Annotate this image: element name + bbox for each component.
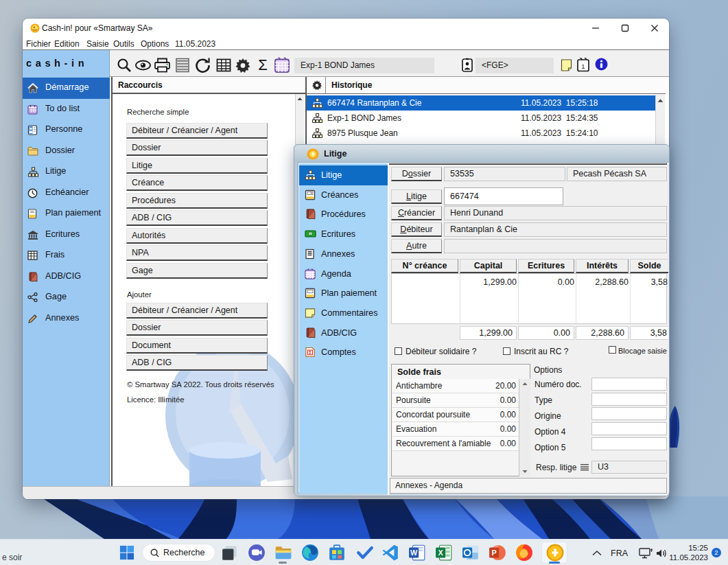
svg-text:1: 1 bbox=[581, 62, 585, 70]
svg-text:Σ: Σ bbox=[258, 57, 268, 73]
svg-text:X: X bbox=[438, 549, 444, 557]
svg-text:P: P bbox=[492, 549, 497, 557]
svg-text:1: 1 bbox=[309, 232, 312, 236]
svg-text:Σ: Σ bbox=[309, 350, 312, 355]
svg-text:W: W bbox=[410, 549, 418, 557]
